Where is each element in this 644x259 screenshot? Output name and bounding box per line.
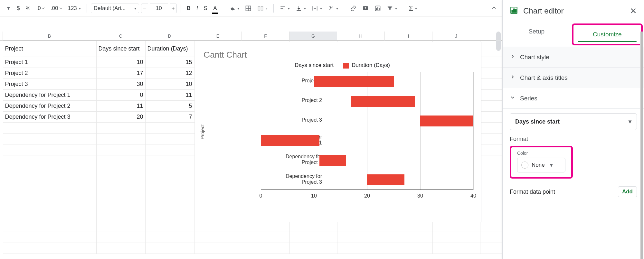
cell[interactable] bbox=[145, 134, 194, 144]
decrease-decimal-button[interactable]: .0↙ bbox=[34, 4, 47, 13]
fill-color-button[interactable]: ▾ bbox=[227, 4, 241, 13]
cell[interactable]: 30 bbox=[96, 79, 145, 90]
bar-segment[interactable] bbox=[314, 76, 394, 87]
cell[interactable] bbox=[3, 123, 96, 134]
cell[interactable] bbox=[3, 199, 96, 210]
cell[interactable] bbox=[145, 144, 194, 155]
cell[interactable] bbox=[432, 232, 480, 243]
cell[interactable] bbox=[242, 221, 289, 232]
cell[interactable] bbox=[145, 221, 194, 232]
cell[interactable] bbox=[3, 232, 96, 243]
cell[interactable] bbox=[96, 210, 145, 221]
text-wrapping-button[interactable]: ▾ bbox=[310, 4, 324, 13]
cell[interactable] bbox=[3, 188, 96, 199]
cell[interactable] bbox=[289, 243, 337, 254]
column-header-G[interactable]: G bbox=[289, 32, 337, 41]
cell[interactable] bbox=[145, 188, 194, 199]
cell[interactable] bbox=[96, 177, 145, 188]
cell[interactable] bbox=[385, 243, 432, 254]
cell[interactable] bbox=[145, 166, 194, 177]
column-header-I[interactable]: I bbox=[385, 32, 432, 41]
cell[interactable] bbox=[337, 232, 385, 243]
cell[interactable]: 0 bbox=[96, 90, 145, 101]
cell[interactable] bbox=[96, 188, 145, 199]
increase-decimal-button[interactable]: .00↘ bbox=[49, 4, 64, 13]
accordion-series[interactable]: Series bbox=[503, 88, 644, 109]
cell[interactable]: Days since start bbox=[96, 41, 145, 57]
cell[interactable]: 12 bbox=[145, 68, 194, 79]
bar-segment[interactable] bbox=[351, 96, 415, 107]
more-formats-button[interactable]: 123▾ bbox=[66, 4, 82, 13]
functions-button[interactable]: Σ▾ bbox=[407, 3, 419, 14]
cell[interactable]: 11 bbox=[145, 90, 194, 101]
panel-scrollbar[interactable] bbox=[640, 32, 643, 259]
text-rotation-button[interactable]: ▾ bbox=[326, 4, 340, 13]
cell[interactable] bbox=[289, 221, 337, 232]
column-header-J[interactable]: J bbox=[432, 32, 480, 41]
cell[interactable] bbox=[337, 221, 385, 232]
add-data-point-button[interactable]: Add bbox=[618, 186, 637, 197]
cell[interactable] bbox=[385, 232, 432, 243]
cell[interactable]: 15 bbox=[145, 57, 194, 68]
font-size-input[interactable]: 10 bbox=[150, 4, 168, 13]
cell[interactable] bbox=[194, 232, 242, 243]
horizontal-align-button[interactable]: ▾ bbox=[278, 4, 292, 13]
series-color-picker[interactable]: None ▾ bbox=[517, 158, 565, 172]
cell[interactable] bbox=[289, 232, 337, 243]
cell[interactable] bbox=[3, 210, 96, 221]
strikethrough-button[interactable]: S bbox=[202, 4, 209, 13]
tab-setup[interactable]: Setup bbox=[503, 22, 571, 47]
cell[interactable] bbox=[96, 166, 145, 177]
column-header-B[interactable]: B bbox=[3, 32, 96, 41]
accordion-axis-titles[interactable]: Chart & axis titles bbox=[503, 68, 644, 88]
cell[interactable]: 20 bbox=[96, 112, 145, 123]
cell[interactable] bbox=[145, 155, 194, 166]
cell[interactable] bbox=[3, 177, 96, 188]
cell[interactable] bbox=[145, 243, 194, 254]
cell[interactable] bbox=[432, 243, 480, 254]
font-selector[interactable]: Default (Ari... ▾ bbox=[91, 4, 139, 13]
italic-button[interactable]: I bbox=[194, 4, 200, 13]
series-selector[interactable]: Days since start ▾ bbox=[510, 113, 637, 130]
cell[interactable]: 10 bbox=[145, 79, 194, 90]
bar-segment[interactable] bbox=[261, 135, 319, 146]
currency-button[interactable]: $ bbox=[15, 4, 22, 13]
cell[interactable]: Dependency for Project 3 bbox=[3, 112, 96, 123]
column-header-C[interactable]: C bbox=[96, 32, 145, 41]
cell[interactable] bbox=[96, 232, 145, 243]
cell[interactable] bbox=[96, 155, 145, 166]
merge-cells-button[interactable]: ▾ bbox=[255, 4, 270, 13]
cell[interactable] bbox=[145, 210, 194, 221]
bold-button[interactable]: B bbox=[185, 4, 193, 13]
cell[interactable] bbox=[145, 123, 194, 134]
cell[interactable] bbox=[337, 243, 385, 254]
text-color-button[interactable]: A bbox=[211, 4, 219, 13]
filter-button[interactable]: ▾ bbox=[385, 4, 399, 13]
cell[interactable] bbox=[145, 232, 194, 243]
cell[interactable] bbox=[96, 123, 145, 134]
cell[interactable] bbox=[242, 232, 289, 243]
font-size-increase[interactable]: + bbox=[170, 4, 177, 13]
gantt-chart[interactable]: Gantt Chart Days since start Duration (D… bbox=[195, 42, 481, 222]
toolbar-dropdown-icon[interactable]: ▾ bbox=[4, 4, 13, 13]
cell[interactable] bbox=[96, 243, 145, 254]
cell[interactable]: 10 bbox=[96, 57, 145, 68]
font-size-decrease[interactable]: − bbox=[141, 4, 148, 13]
cell[interactable] bbox=[96, 144, 145, 155]
collapse-toolbar-icon[interactable] bbox=[491, 5, 497, 12]
insert-link-button[interactable] bbox=[348, 4, 358, 13]
cell[interactable] bbox=[145, 199, 194, 210]
bar-segment[interactable] bbox=[367, 174, 404, 185]
cell[interactable]: Project 3 bbox=[3, 79, 96, 90]
cell[interactable] bbox=[96, 221, 145, 232]
cell[interactable] bbox=[242, 243, 289, 254]
column-header-D[interactable]: D bbox=[145, 32, 194, 41]
cell[interactable]: 5 bbox=[145, 101, 194, 112]
cell[interactable] bbox=[3, 144, 96, 155]
cell[interactable]: Project 2 bbox=[3, 68, 96, 79]
cell[interactable] bbox=[3, 166, 96, 177]
cell[interactable]: 7 bbox=[145, 112, 194, 123]
cell[interactable]: 11 bbox=[96, 101, 145, 112]
cell[interactable]: Project bbox=[3, 41, 96, 57]
insert-chart-button[interactable] bbox=[373, 4, 383, 13]
